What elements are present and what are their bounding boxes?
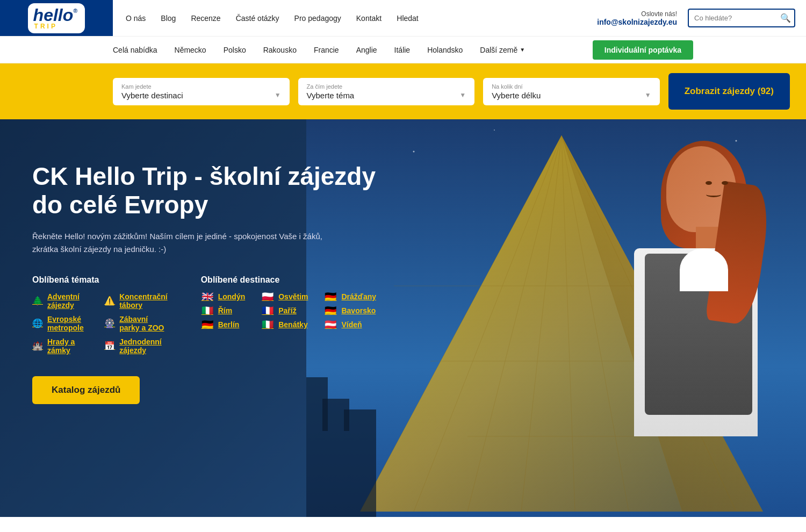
hero-title: CK Hello Trip - školní zájezdy do celé E… (32, 162, 376, 219)
nav-england[interactable]: Anglie (356, 38, 377, 62)
dest-paris[interactable]: 🇫🇷 Paříž (261, 306, 308, 315)
trips-count: (92) (758, 86, 774, 96)
advent-icon: 🌲 (32, 295, 43, 307)
hero-content: CK Hello Trip - školní zájezdy do celé E… (0, 119, 376, 404)
dest-dresden[interactable]: 🇩🇪 Drážďany (324, 292, 376, 301)
nav-germany[interactable]: Německo (175, 38, 206, 62)
second-navigation: Celá nabídka Německo Polsko Rakousko Fra… (0, 37, 806, 63)
nav-poland[interactable]: Polsko (224, 38, 246, 62)
topics-title: Oblíbená témata (32, 275, 169, 285)
oneday-icon: 📅 (104, 340, 115, 352)
topic-castles[interactable]: 🏰 Hrady a zámky (32, 337, 93, 355)
topic-advent[interactable]: 🌲 Adventní zájezdy (32, 292, 93, 310)
svg-rect-17 (344, 409, 376, 431)
catalog-button[interactable]: Katalog zájezdů (32, 376, 140, 404)
hero-subtitle: Řekněte Hello! novým zážitkům! Naším cíl… (32, 230, 333, 256)
hero-section: CK Hello Trip - školní zájezdy do celé E… (0, 119, 806, 517)
flag-france: 🇫🇷 (261, 306, 274, 315)
main-nav: O nás Blog Recenze Časté otázky Pro peda… (113, 14, 586, 23)
flag-uk: 🇬🇧 (201, 292, 214, 301)
topic-oneday[interactable]: 📅 Jednodenní zájezdy (104, 337, 168, 355)
search-input[interactable] (694, 14, 780, 22)
castles-icon: 🏰 (32, 340, 43, 352)
svg-point-18 (413, 151, 415, 153)
svg-rect-14 (306, 431, 376, 517)
destination-chevron-icon: ▼ (275, 91, 281, 99)
dest-auschwitz[interactable]: 🇵🇱 Osvětim (261, 292, 308, 301)
svg-point-19 (494, 130, 495, 131)
destination-select[interactable]: Kam jedete Vyberte destinaci ▼ (113, 78, 290, 105)
destination-label: Kam jedete (121, 83, 281, 90)
contact-label: Oslovte nás! (641, 10, 677, 18)
nav-search-link[interactable]: Hledat (397, 14, 418, 23)
dest-col-2: 🇵🇱 Osvětim 🇫🇷 Paříž 🇮🇹 Benátky (261, 292, 308, 329)
search-icon: 🔍 (780, 13, 791, 23)
topic-metropolis[interactable]: 🌐 Evropské metropole (32, 315, 93, 332)
topic-parks[interactable]: 🎡 Zábavní parky a ZOO (104, 315, 168, 332)
nav-pedagogy[interactable]: Pro pedagogy (294, 14, 341, 23)
duration-chevron-icon: ▼ (645, 91, 651, 99)
dest-vienna[interactable]: 🇦🇹 Vídeň (324, 320, 376, 329)
destinations-section: Oblíbené destinace 🇬🇧 Londýn 🇮🇹 Řím (201, 275, 376, 355)
search-box[interactable]: 🔍 (688, 9, 795, 27)
dest-col-1: 🇬🇧 Londýn 🇮🇹 Řím 🇩🇪 Berlín (201, 292, 246, 329)
metropolis-icon: 🌐 (32, 318, 43, 329)
theme-select[interactable]: Za čím jedete Vyberte téma ▼ (298, 78, 475, 105)
duration-value: Vyberte délku ▼ (492, 91, 651, 100)
top-navigation: hello ® TRIP O nás Blog Recenze Časté ot… (0, 0, 806, 37)
concentration-icon: ⚠️ (104, 295, 115, 307)
destination-nav: Celá nabídka Německo Polsko Rakousko Fra… (113, 38, 582, 62)
destination-value: Vyberte destinaci ▼ (121, 91, 281, 100)
show-trips-button[interactable]: Zobrazit zájezdy (92) (668, 73, 790, 110)
dest-venice[interactable]: 🇮🇹 Benátky (261, 320, 308, 329)
dest-berlin[interactable]: 🇩🇪 Berlín (201, 320, 246, 329)
flag-italy-venice: 🇮🇹 (261, 320, 274, 329)
topics-grid: 🌲 Adventní zájezdy ⚠️ Koncentrační tábor… (32, 292, 169, 355)
dest-rome[interactable]: 🇮🇹 Řím (201, 306, 246, 315)
flag-austria: 🇦🇹 (324, 320, 337, 329)
nav-all-offers[interactable]: Celá nabídka (113, 38, 157, 62)
nav-italy[interactable]: Itálie (394, 38, 411, 62)
nav-reviews[interactable]: Recenze (191, 14, 220, 23)
dest-bavaria[interactable]: 🇩🇪 Bavorsko (324, 306, 376, 315)
individual-inquiry-button[interactable]: Individuální poptávka (593, 40, 693, 60)
nav-blog[interactable]: Blog (161, 14, 176, 23)
flag-germany-berlin: 🇩🇪 (201, 320, 214, 329)
logo-trip: TRIP (34, 23, 57, 30)
hero-girl-figure (580, 130, 790, 517)
duration-label: Na kolik dní (492, 83, 651, 90)
nav-france[interactable]: Francie (314, 38, 339, 62)
destinations-columns: 🇬🇧 Londýn 🇮🇹 Řím 🇩🇪 Berlín (201, 292, 376, 329)
contact-email[interactable]: info@skolnizajezdy.eu (597, 18, 677, 26)
duration-select[interactable]: Na kolik dní Vyberte délku ▼ (483, 78, 660, 105)
nav-contact[interactable]: Kontakt (356, 14, 382, 23)
dest-col-3: 🇩🇪 Drážďany 🇩🇪 Bavorsko 🇦🇹 Vídeň (324, 292, 376, 329)
parks-icon: 🎡 (104, 318, 115, 329)
logo-hello: hello (33, 6, 74, 24)
nav-about[interactable]: O nás (126, 14, 146, 23)
destinations-title: Oblíbené destinace (201, 275, 376, 285)
topics-section: Oblíbená témata 🌲 Adventní zájezdy ⚠️ Ko… (32, 275, 169, 355)
nav-other-countries[interactable]: Další země ▼ (480, 38, 525, 62)
contact-info: Oslovte nás! info@skolnizajezdy.eu (586, 10, 688, 26)
logo-area[interactable]: hello ® TRIP (0, 0, 113, 36)
nav-faq[interactable]: Časté otázky (236, 14, 279, 23)
theme-chevron-icon: ▼ (459, 91, 466, 99)
chevron-down-icon: ▼ (520, 47, 525, 53)
flag-poland: 🇵🇱 (261, 292, 274, 301)
flag-italy-rome: 🇮🇹 (201, 306, 214, 315)
theme-label: Za čím jedete (307, 83, 466, 90)
logo-trademark: ® (73, 8, 77, 14)
search-bar: Kam jedete Vyberte destinaci ▼ Za čím je… (0, 63, 806, 119)
nav-netherlands[interactable]: Holandsko (427, 38, 463, 62)
flag-germany-bavaria: 🇩🇪 (324, 306, 337, 315)
topic-concentration[interactable]: ⚠️ Koncentrační tábory (104, 292, 168, 310)
nav-austria[interactable]: Rakousko (263, 38, 297, 62)
theme-value: Vyberte téma ▼ (307, 91, 466, 100)
dest-london[interactable]: 🇬🇧 Londýn (201, 292, 246, 301)
flag-germany-dresden: 🇩🇪 (324, 292, 337, 301)
hero-sections: Oblíbená témata 🌲 Adventní zájezdy ⚠️ Ko… (32, 275, 376, 355)
logo[interactable]: hello ® TRIP (28, 3, 85, 33)
